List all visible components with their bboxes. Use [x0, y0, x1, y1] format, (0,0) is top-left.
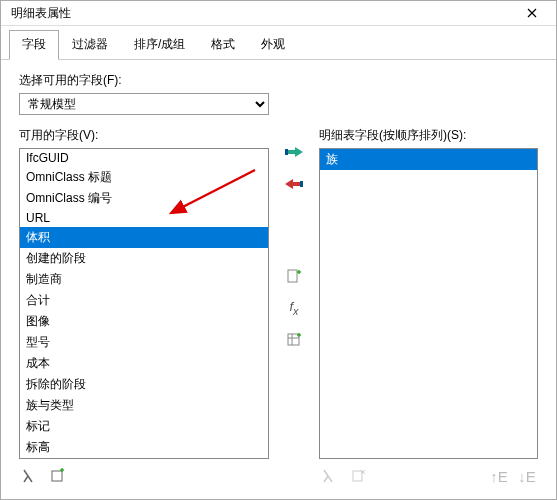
- move-down-button: ↓E: [516, 465, 538, 487]
- list-item[interactable]: 拆除的阶段: [20, 374, 268, 395]
- svg-rect-6: [353, 471, 362, 481]
- move-up-button: ↑E: [488, 465, 510, 487]
- list-item[interactable]: 体积: [20, 227, 268, 248]
- new-calculated-button[interactable]: [283, 265, 305, 287]
- available-fields-list[interactable]: IfcGUIDOmniClass 标题OmniClass 编号URL体积创建的阶…: [19, 148, 269, 459]
- tab-appearance[interactable]: 外观: [248, 30, 298, 59]
- available-label: 可用的字段(V):: [19, 127, 269, 144]
- list-item[interactable]: IfcGUID: [20, 149, 268, 167]
- columns: 可用的字段(V): IfcGUIDOmniClass 标题OmniClass 编…: [19, 127, 538, 493]
- list-item[interactable]: 标记: [20, 416, 268, 437]
- tab-fields[interactable]: 字段: [9, 30, 59, 60]
- included-label: 明细表字段(按顺序排列)(S):: [319, 127, 538, 144]
- field-source-label: 选择可用的字段(F):: [19, 72, 538, 89]
- list-item[interactable]: URL: [20, 209, 268, 227]
- add-field-button[interactable]: [283, 141, 305, 163]
- list-item[interactable]: 制造商: [20, 269, 268, 290]
- edit-button: [319, 465, 341, 487]
- list-item[interactable]: OmniClass 编号: [20, 188, 268, 209]
- svg-rect-3: [300, 181, 303, 187]
- available-toolbar: [19, 459, 269, 493]
- delete-button: [347, 465, 369, 487]
- included-toolbar: ↑E ↓E: [319, 459, 538, 493]
- new-param-button[interactable]: [19, 465, 41, 487]
- close-icon: [527, 8, 537, 18]
- add-param-button[interactable]: [47, 465, 69, 487]
- svg-rect-4: [288, 270, 297, 282]
- list-item[interactable]: 标高: [20, 437, 268, 458]
- include-links-row: 包含链接中的图元(N): [19, 493, 538, 500]
- svg-rect-2: [285, 149, 288, 155]
- tab-strip: 字段 过滤器 排序/成组 格式 外观: [1, 26, 556, 60]
- transfer-buttons: fx: [279, 127, 309, 493]
- schedule-properties-dialog: 明细表属性 字段 过滤器 排序/成组 格式 外观 选择可用的字段(F): 常规模…: [0, 0, 557, 500]
- included-fields-list[interactable]: 族: [319, 148, 538, 459]
- list-item[interactable]: 成本: [20, 353, 268, 374]
- field-source-select[interactable]: 常规模型: [19, 93, 269, 115]
- titlebar: 明细表属性: [1, 1, 556, 26]
- combine-button[interactable]: [283, 329, 305, 351]
- svg-rect-1: [52, 471, 62, 481]
- list-item[interactable]: 族与类型: [20, 395, 268, 416]
- list-item[interactable]: 图像: [20, 311, 268, 332]
- tab-filter[interactable]: 过滤器: [59, 30, 121, 59]
- list-item[interactable]: 族: [320, 149, 537, 170]
- close-button[interactable]: [512, 1, 552, 25]
- tab-sort[interactable]: 排序/成组: [121, 30, 198, 59]
- remove-field-button[interactable]: [283, 173, 305, 195]
- tab-format[interactable]: 格式: [198, 30, 248, 59]
- list-item[interactable]: OmniClass 标题: [20, 167, 268, 188]
- tab-content: 选择可用的字段(F): 常规模型 可用的字段(V): IfcGUIDOmniCl…: [1, 60, 556, 500]
- list-item[interactable]: 型号: [20, 332, 268, 353]
- window-title: 明细表属性: [11, 5, 512, 22]
- list-item[interactable]: 创建的阶段: [20, 248, 268, 269]
- list-item[interactable]: 合计: [20, 290, 268, 311]
- fx-button[interactable]: fx: [283, 297, 305, 319]
